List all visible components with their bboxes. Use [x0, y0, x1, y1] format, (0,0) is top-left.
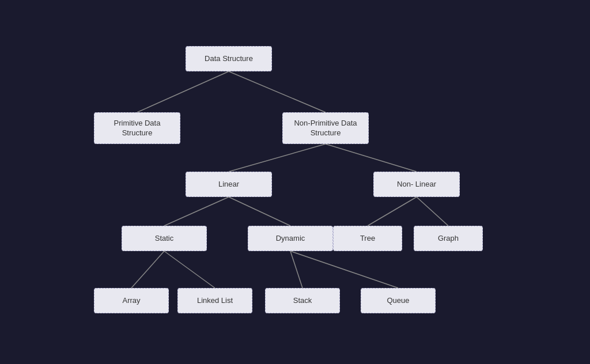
svg-line-5: [229, 197, 290, 226]
svg-line-7: [417, 197, 448, 226]
node-non-linear: Non- Linear: [373, 172, 460, 197]
node-array: Array: [94, 288, 169, 313]
node-queue: Queue: [361, 288, 436, 313]
node-linear: Linear: [186, 172, 272, 197]
node-data-structure: Data Structure: [186, 46, 272, 71]
node-graph: Graph: [414, 226, 483, 251]
svg-line-0: [137, 71, 229, 112]
svg-line-9: [164, 251, 215, 288]
svg-line-6: [368, 197, 417, 226]
svg-line-11: [290, 251, 398, 288]
node-non-primitive: Non-Primitive Data Structure: [282, 112, 369, 144]
node-primitive: Primitive Data Structure: [94, 112, 180, 144]
svg-line-2: [229, 144, 326, 172]
node-tree: Tree: [333, 226, 402, 251]
node-static: Static: [122, 226, 207, 251]
svg-line-1: [229, 71, 326, 112]
diagram: Data Structure Primitive Data Structure …: [0, 0, 590, 364]
node-stack: Stack: [265, 288, 340, 313]
svg-line-10: [290, 251, 302, 288]
svg-line-4: [164, 197, 229, 226]
node-dynamic: Dynamic: [248, 226, 333, 251]
svg-line-3: [326, 144, 417, 172]
node-linked-list: Linked List: [177, 288, 252, 313]
svg-line-8: [131, 251, 164, 288]
